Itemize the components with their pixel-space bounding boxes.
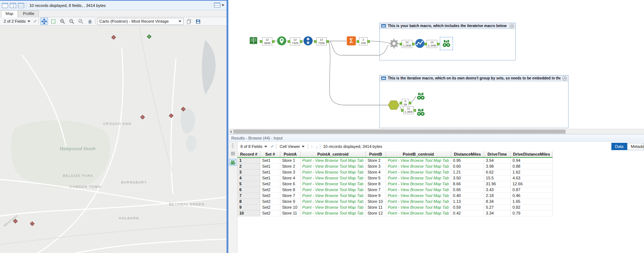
cell-pointA_centroid[interactable]: Point - View Browse Tool Map Tab	[300, 210, 365, 216]
cell-pointB_centroid[interactable]: Point - View Browse Tool Map Tab	[386, 187, 451, 193]
apply-check-icon[interactable]: ✔	[33, 19, 37, 24]
zoom-extent-button[interactable]	[77, 18, 85, 25]
cell-pointB_centroid[interactable]: Point - View Browse Tool Map Tab	[386, 157, 451, 163]
window-options-icon[interactable]	[214, 3, 220, 8]
window-options-caret-icon[interactable]	[221, 4, 224, 6]
map-marker[interactable]	[169, 114, 174, 118]
iterative-macro-tool[interactable]	[388, 100, 400, 110]
map-marker[interactable]	[111, 35, 116, 40]
cell-record[interactable]: 9	[238, 204, 260, 210]
prev-record-arrow-icon[interactable]: ↑	[310, 144, 313, 149]
results-table-wrap[interactable]: Record #Set #PointAPointA_centroidPointB…	[238, 151, 644, 253]
column-header[interactable]: DriveDistanceMiles	[511, 151, 553, 157]
input-data-tool[interactable]	[249, 36, 258, 46]
select-tool-button[interactable]	[49, 18, 57, 25]
cell-record[interactable]: 3	[238, 169, 260, 175]
cell-pointA_centroid[interactable]: Point - View Browse Tool Map Tab	[300, 193, 365, 198]
cell-pointB_centroid[interactable]: Point - View Browse Tool Map Tab	[386, 204, 451, 210]
results-fields-dropdown[interactable]: 8 of 8 Fields	[239, 144, 269, 149]
apply-check-icon[interactable]: ✔	[271, 144, 274, 149]
cell-pointA_centroid[interactable]: Point - View Browse Tool Map Tab	[300, 175, 365, 181]
cell-pointB_centroid[interactable]: Point - View Browse Tool Map Tab	[386, 193, 451, 198]
table-row[interactable]: 4Set1Store 4Point - View Browse Tool Map…	[238, 175, 644, 181]
column-header[interactable]: Record #	[238, 151, 260, 157]
column-header[interactable]: Set #	[260, 151, 280, 157]
browse-results-icon[interactable]	[229, 159, 236, 166]
cell-record[interactable]: 2	[238, 163, 260, 169]
workflow-canvas[interactable]: This is your batch macro, which includes…	[228, 0, 644, 129]
cell-record[interactable]: 10	[238, 210, 260, 216]
table-layout-icon[interactable]	[229, 150, 236, 157]
cell-pointA_centroid[interactable]: Point - View Browse Tool Map Tab	[300, 163, 365, 169]
scroll-left-button[interactable]	[228, 129, 233, 134]
next-record-arrow-icon[interactable]: ↓	[315, 144, 319, 149]
column-header[interactable]: PointB	[365, 151, 386, 157]
column-header[interactable]: DriveTime	[484, 151, 511, 157]
question-macro-tool[interactable]: ??	[303, 36, 313, 46]
home-button[interactable]	[86, 18, 94, 25]
pan-tool-button[interactable]	[40, 18, 48, 25]
chart-macro-tool[interactable]	[415, 38, 425, 48]
summarize-tool[interactable]: Σ	[346, 36, 356, 46]
geocoder-tool[interactable]	[277, 36, 287, 46]
cell-pointB_centroid[interactable]: Point - View Browse Tool Map Tab	[386, 175, 451, 181]
column-header[interactable]: DistanceMiles	[451, 151, 484, 157]
save-button[interactable]	[194, 18, 202, 25]
layout-split-vertical-icon[interactable]	[10, 3, 16, 8]
browse-tool-top[interactable]	[416, 92, 426, 101]
browse-tool-selected[interactable]	[442, 39, 451, 48]
map-marker[interactable]	[147, 34, 152, 39]
table-row[interactable]: 1Set1Store 1Point - View Browse Tool Map…	[238, 157, 644, 163]
table-row[interactable]: 8Set2Store 9Point - View Browse Tool Map…	[238, 198, 644, 204]
fields-dropdown[interactable]: 2 of 2 Fields	[2, 18, 32, 24]
cell-pointA_centroid[interactable]: Point - View Browse Tool Map Tab	[300, 157, 365, 163]
column-header[interactable]: PointA_centroid	[300, 151, 365, 157]
tab-profile[interactable]: Profile	[18, 10, 38, 17]
map-marker[interactable]	[140, 115, 145, 120]
tab-metadata[interactable]: Metadata	[627, 143, 644, 150]
map-viewport[interactable]: CROUCH ENDHampstead HeathBELSIZE PARKCAM…	[0, 26, 227, 253]
cell-record[interactable]: 8	[238, 198, 260, 204]
tab-map[interactable]: Map	[1, 10, 18, 17]
cell-pointA_centroid[interactable]: Point - View Browse Tool Map Tab	[300, 181, 365, 187]
collapse-button[interactable]	[562, 76, 567, 81]
cell-pointA_centroid[interactable]: Point - View Browse Tool Map Tab	[300, 198, 365, 204]
cell-pointA_centroid[interactable]: Point - View Browse Tool Map Tab	[300, 187, 365, 193]
copy-button[interactable]	[185, 18, 193, 25]
cell-pointA_centroid[interactable]: Point - View Browse Tool Map Tab	[300, 204, 365, 210]
collapse-button[interactable]	[509, 24, 514, 28]
table-row[interactable]: 3Set1Store 3Point - View Browse Tool Map…	[238, 169, 644, 175]
cell-pointA_centroid[interactable]: Point - View Browse Tool Map Tab	[300, 169, 365, 175]
cell-record[interactable]: 7	[238, 193, 260, 198]
tab-data[interactable]: Data	[611, 143, 627, 150]
column-header[interactable]: PointB_centroid	[386, 151, 451, 157]
layout-split-horizontal-icon[interactable]	[18, 3, 24, 8]
cell-pointB_centroid[interactable]: Point - View Browse Tool Map Tab	[386, 210, 451, 216]
cell-pointB_centroid[interactable]: Point - View Browse Tool Map Tab	[386, 181, 451, 187]
browse-tool-bottom[interactable]	[416, 108, 426, 117]
cell-record[interactable]: 4	[238, 175, 260, 181]
map-marker[interactable]	[181, 107, 186, 112]
table-row[interactable]: 5Set2Store 6Point - View Browse Tool Map…	[238, 181, 644, 187]
zoom-out-button[interactable]	[68, 18, 76, 25]
column-header[interactable]: PointA	[280, 151, 300, 157]
hscroll-thumb[interactable]	[233, 130, 566, 134]
table-row[interactable]: 6Set2Store 8Point - View Browse Tool Map…	[238, 187, 644, 193]
batch-macro-tool[interactable]	[389, 38, 400, 49]
basemap-dropdown[interactable]: Carto (Positron) - Most Recent Vintage	[97, 18, 184, 25]
cell-viewer-dropdown[interactable]: Cell Viewer	[278, 144, 306, 149]
panel-grip[interactable]	[232, 143, 234, 148]
cell-pointB_centroid[interactable]: Point - View Browse Tool Map Tab	[386, 163, 451, 169]
table-row[interactable]: 10Set2Store 11Point - View Browse Tool M…	[238, 210, 644, 216]
cell-record[interactable]: 1	[238, 157, 260, 163]
table-row[interactable]: 9Set2Store 10Point - View Browse Tool Ma…	[238, 204, 644, 210]
map-marker[interactable]	[30, 222, 35, 226]
cell-pointB_centroid[interactable]: Point - View Browse Tool Map Tab	[386, 169, 451, 175]
canvas-hscrollbar[interactable]	[228, 129, 644, 134]
table-row[interactable]: 7Set2Store 7Point - View Browse Tool Map…	[238, 193, 644, 198]
zoom-in-button[interactable]	[59, 18, 66, 25]
table-row[interactable]: 2Set1Store 2Point - View Browse Tool Map…	[238, 163, 644, 169]
cell-record[interactable]: 6	[238, 187, 260, 193]
cell-pointB_centroid[interactable]: Point - View Browse Tool Map Tab	[386, 198, 451, 204]
cell-record[interactable]: 5	[238, 181, 260, 187]
